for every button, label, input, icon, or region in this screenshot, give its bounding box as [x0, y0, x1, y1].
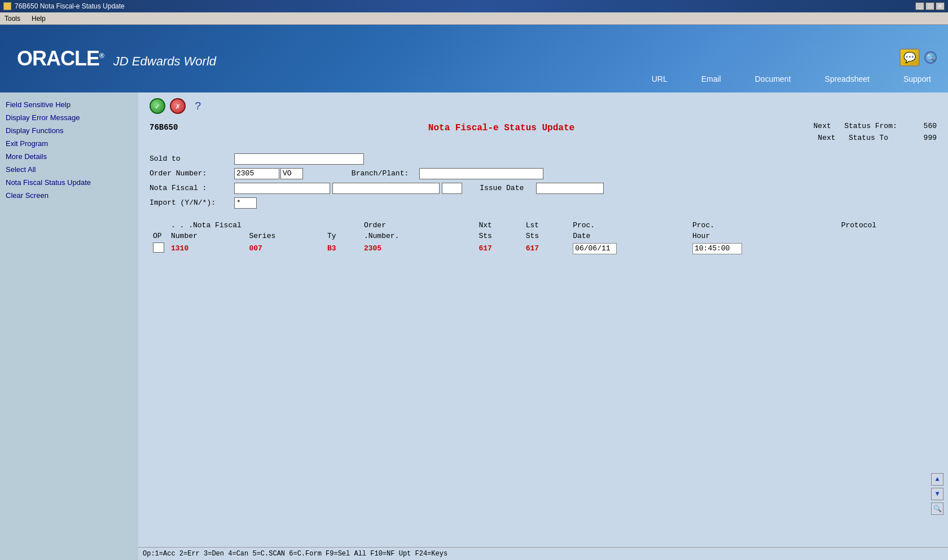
sold-to-input[interactable] [234, 153, 364, 165]
form-header: 76B650 Nota Fiscal-e Status Update Next … [150, 121, 937, 144]
sidebar-item-field-sensitive-help[interactable]: Field Sensitive Help [5, 98, 134, 111]
nxt-sts-cell: 617 [475, 241, 522, 256]
col-op-h2: OP [150, 231, 168, 241]
oracle-banner: ORACLE® JD Edwards World 💬 🔍 URL Email D… [0, 25, 948, 92]
nf-number-cell: 1310 [168, 241, 245, 256]
col-hour-h2: Hour [689, 231, 822, 241]
menu-tools[interactable]: Tools [2, 14, 23, 24]
sidebar-item-clear-screen[interactable]: Clear Screen [5, 189, 134, 202]
branch-plant-input[interactable] [419, 168, 543, 179]
next-label-1: Next [814, 122, 831, 130]
chat-icon[interactable]: 💬 [899, 48, 920, 67]
col-proto-h2 [838, 231, 937, 241]
nota-fiscal-input2[interactable] [332, 183, 440, 194]
nav-support[interactable]: Support [903, 74, 931, 83]
sidebar-item-nota-fiscal-status-update[interactable]: Nota Fiscal Status Update [5, 176, 134, 189]
minimize-button[interactable]: _ [915, 2, 924, 10]
lst-sts-cell: 617 [523, 241, 569, 256]
col-number-h2: Number [168, 231, 245, 241]
col-blank-h1 [822, 220, 837, 231]
import-input[interactable] [234, 197, 257, 209]
global-search-icon[interactable]: 🔍 [924, 51, 937, 64]
order-number-label: Order Number: [150, 169, 234, 178]
issue-date-input[interactable] [536, 183, 604, 194]
oracle-logo: ORACLE® [17, 47, 109, 70]
banner-nav: URL Email Document Spreadsheet Support [652, 74, 931, 83]
sold-to-row: Sold to [150, 153, 937, 165]
sidebar-item-more-details[interactable]: More Details [5, 150, 134, 163]
nota-fiscal-input3[interactable] [442, 183, 462, 194]
top-toolbar: 💬 🔍 [899, 48, 937, 67]
jde-subtitle: JD Edwards World [113, 54, 216, 68]
table-header-row2: OP Number Series Ty .Number. Sts Sts Dat… [150, 231, 937, 241]
status-to-value: 999 [924, 134, 937, 142]
nav-spreadsheet[interactable]: Spreadsheet [825, 74, 870, 83]
sidebar-item-display-functions[interactable]: Display Functions [5, 124, 134, 137]
next-status-to-row: Next Status To 999 [814, 133, 937, 144]
close-button[interactable]: ✕ [936, 2, 945, 10]
op-cell [150, 241, 168, 256]
proc-hour-input[interactable] [692, 243, 742, 254]
import-row: Import (Y/N/*): [150, 197, 937, 209]
table-header-row1: . . .Nota Fiscal Order Nxt Lst Proc. Pro… [150, 220, 937, 231]
import-label: Import (Y/N/*): [150, 199, 234, 207]
table-row: 1310 007 B3 2305 617 617 [150, 241, 937, 256]
order-number-row: Order Number: Branch/Plant: [150, 168, 937, 179]
zoom-icon[interactable]: 🔍 [931, 502, 943, 515]
main-layout: Field Sensitive Help Display Error Messa… [0, 92, 948, 560]
col-date-h2: Date [569, 231, 689, 241]
col-blank2-h2 [459, 231, 475, 241]
scroll-down-icon[interactable]: ▼ [931, 488, 943, 500]
branch-plant-label: Branch/Plant: [352, 169, 419, 178]
nota-fiscal-label: Nota Fiscal : [150, 184, 234, 192]
sidebar-item-exit-program[interactable]: Exit Program [5, 137, 134, 150]
ty-cell: B3 [324, 241, 361, 256]
restore-button[interactable]: □ [925, 2, 934, 10]
col-order-h1: Order [361, 220, 475, 231]
op-checkbox[interactable] [153, 242, 164, 253]
title-bar-left: 76B650 Nota Fiscal-e Status Update [3, 2, 125, 10]
form-id: 76B650 [150, 123, 178, 132]
scroll-up-icon[interactable]: ▲ [931, 473, 943, 486]
proc-hour-cell [689, 241, 822, 256]
content-area: ✓ ✗ ? 76B650 Nota Fiscal-e Status Update… [138, 92, 948, 560]
next-status-from-row: Next Status From: 560 [814, 121, 937, 133]
issue-date-label: Issue Date [480, 184, 536, 192]
nota-fiscal-input1[interactable] [234, 183, 330, 194]
col-proc-date-h1: Proc. [569, 220, 689, 231]
status-to-label: Status To [849, 134, 888, 142]
col-blank3-h2 [822, 231, 837, 241]
sold-to-label: Sold to [150, 155, 234, 163]
protocol-cell [838, 241, 937, 256]
status-from-value: 560 [924, 122, 937, 130]
title-bar-controls[interactable]: _ □ ✕ [915, 2, 945, 10]
title-bar: 76B650 Nota Fiscal-e Status Update _ □ ✕ [0, 0, 948, 12]
sidebar-item-display-error-message[interactable]: Display Error Message [5, 111, 134, 124]
status-bar-text: Op:1=Acc 2=Err 3=Den 4=Can 5=C.SCAN 6=C.… [143, 550, 447, 558]
ok-button[interactable]: ✓ [150, 98, 165, 114]
sidebar: Field Sensitive Help Display Error Messa… [0, 92, 138, 560]
status-from-label: Status From: [844, 122, 897, 130]
menu-help[interactable]: Help [29, 14, 48, 24]
proc-date-cell [569, 241, 689, 256]
blank-cell [459, 241, 475, 256]
next-label-2: Next [818, 134, 835, 142]
toolbar-row: ✓ ✗ ? [150, 98, 937, 114]
title-bar-text: 76B650 Nota Fiscal-e Status Update [15, 2, 125, 10]
nav-document[interactable]: Document [755, 74, 791, 83]
col-ty-h2: Ty [324, 231, 361, 241]
order-number-input[interactable] [234, 168, 279, 179]
app-icon [3, 2, 11, 10]
col-nota-fiscal-h1: . . .Nota Fiscal [168, 220, 361, 231]
order-type-input[interactable] [280, 168, 303, 179]
help-button[interactable]: ? [190, 98, 206, 114]
col-ordernumber-h2: .Number. [361, 231, 459, 241]
oracle-logo-area: ORACLE® JD Edwards World [17, 47, 216, 70]
cancel-button[interactable]: ✗ [170, 98, 186, 114]
nav-url[interactable]: URL [652, 74, 668, 83]
col-proc-hour-h1: Proc. [689, 220, 822, 231]
proc-date-input[interactable] [573, 243, 617, 254]
nav-email[interactable]: Email [701, 74, 721, 83]
sidebar-item-select-all[interactable]: Select All [5, 163, 134, 176]
blank2-cell [822, 241, 837, 256]
